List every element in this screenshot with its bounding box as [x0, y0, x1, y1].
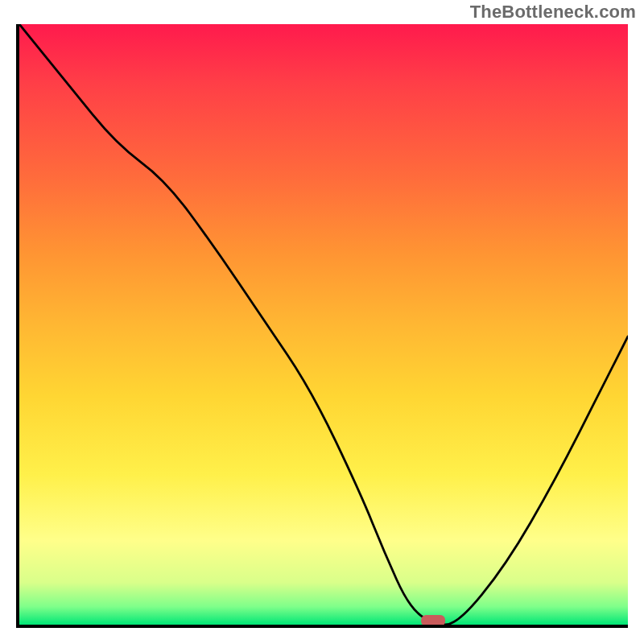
optimal-point-marker	[421, 615, 445, 625]
bottleneck-curve	[19, 24, 628, 625]
plot-area	[16, 24, 628, 628]
chart-svg	[19, 24, 628, 625]
watermark-text: TheBottleneck.com	[470, 2, 636, 23]
